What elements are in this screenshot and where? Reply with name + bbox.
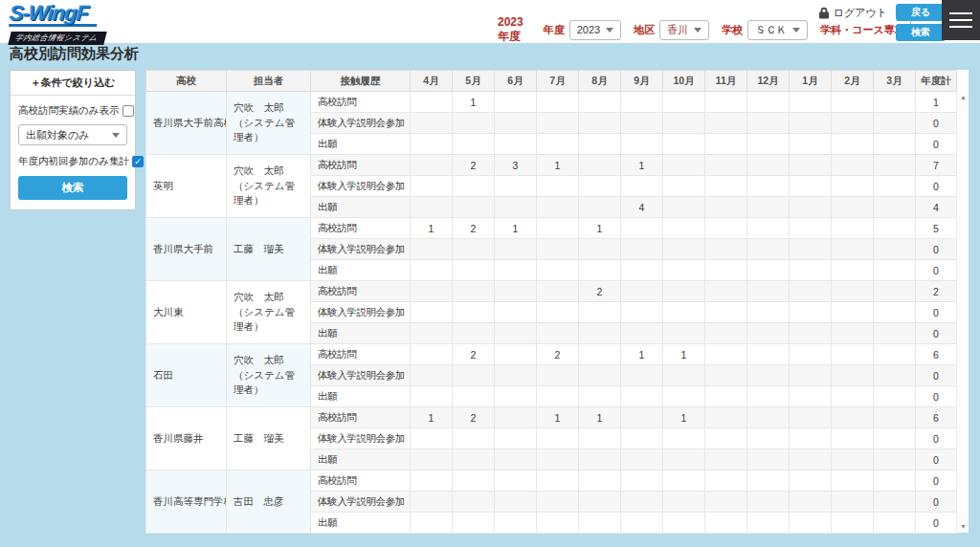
month-value-cell	[747, 470, 790, 492]
month-value-cell	[453, 365, 495, 386]
month-value-cell	[874, 92, 916, 113]
month-value-cell	[579, 365, 621, 386]
month-value-cell	[874, 197, 916, 218]
vertical-scrollbar[interactable]: ▲ ▼	[956, 91, 969, 533]
month-value-cell	[705, 260, 747, 281]
month-value-cell	[495, 386, 537, 407]
app-root: S-WingF 学内総合情報システム 2023年度 年度 2023 地区 香川	[0, 0, 980, 547]
column-header: 1月	[790, 71, 832, 92]
month-value-cell	[495, 197, 537, 218]
year-total-cell: 5	[916, 218, 957, 239]
staff-name-cell: 穴吹 太郎（システム管理者）	[227, 281, 311, 344]
month-value-cell	[579, 492, 621, 513]
contact-type-cell: 高校訪問	[311, 407, 411, 428]
year-total-cell: 0	[916, 134, 957, 155]
month-value-cell	[790, 513, 832, 534]
logo-subtitle: 学内総合情報システム	[8, 32, 106, 45]
month-value-cell	[747, 134, 790, 155]
year-total-cell: 0	[916, 176, 957, 197]
month-value-cell	[579, 323, 621, 344]
month-value-cell	[537, 302, 579, 323]
month-value-cell	[874, 302, 916, 323]
month-value-cell	[537, 218, 579, 239]
filter-school-select[interactable]: ＳＣＫ	[747, 20, 808, 40]
contact-type-cell: 体験入学説明会参加	[311, 302, 411, 323]
filter-year-select[interactable]: 2023	[569, 20, 621, 40]
filter-school-value: ＳＣＫ	[755, 23, 787, 37]
year-total-cell: 0	[916, 323, 957, 344]
month-value-cell	[790, 492, 832, 513]
month-value-cell	[537, 386, 579, 407]
visit-only-checkbox[interactable]	[122, 105, 134, 117]
month-value-cell	[663, 323, 705, 344]
year-total-cell: 0	[916, 302, 957, 323]
school-name-cell: 香川高等専門学校	[146, 470, 227, 534]
month-value-cell	[495, 513, 537, 534]
school-name-cell: 英明	[146, 155, 227, 218]
month-value-cell	[621, 260, 663, 281]
back-button[interactable]: 戻る	[896, 4, 946, 21]
month-value-cell	[832, 492, 874, 513]
chevron-down-icon	[112, 133, 120, 138]
month-value-cell	[579, 260, 621, 281]
logout-button[interactable]: ログアウト	[818, 6, 887, 20]
month-value-cell	[874, 239, 916, 260]
contact-type-cell: 出願	[311, 260, 411, 281]
contact-type-cell: 体験入学説明会参加	[311, 365, 411, 386]
month-value-cell	[832, 239, 874, 260]
sidebar-search-button[interactable]: 検索	[18, 176, 127, 200]
first-participation-checkbox[interactable]: ✓	[132, 156, 144, 167]
staff-name-cell: 穴吹 太郎（システム管理者）	[227, 155, 311, 218]
month-value-cell	[874, 323, 916, 344]
school-name-cell: 香川県藤井	[146, 407, 227, 470]
application-target-select[interactable]: 出願対象のみ	[18, 124, 127, 145]
year-total-cell: 0	[916, 365, 957, 386]
month-value-cell	[874, 407, 916, 428]
month-value-cell	[411, 344, 453, 365]
year-total-cell: 0	[916, 239, 957, 260]
month-value-cell	[705, 449, 747, 470]
month-value-cell	[874, 386, 916, 407]
column-header: 12月	[747, 71, 790, 92]
month-value-cell	[663, 365, 705, 386]
table-body: 香川県大手前高松穴吹 太郎（システム管理者）高校訪問11体験入学説明会参加0出願…	[146, 92, 957, 534]
month-value-cell	[411, 428, 453, 449]
month-value-cell	[453, 323, 495, 344]
filter-district-label: 地区	[634, 23, 655, 37]
month-value-cell	[663, 239, 705, 260]
table-header-row: 高校担当者接触履歴4月5月6月7月8月9月10月11月12月1月2月3月年度計	[146, 71, 957, 92]
column-header: 接触履歴	[311, 71, 411, 92]
column-header: 8月	[579, 71, 621, 92]
month-value-cell	[832, 470, 874, 492]
month-value-cell	[663, 492, 705, 513]
month-value-cell	[579, 176, 621, 197]
column-header: 4月	[411, 71, 453, 92]
month-value-cell	[705, 428, 747, 449]
month-value-cell	[537, 513, 579, 534]
header-search-button[interactable]: 検索	[896, 24, 946, 41]
hamburger-menu-button[interactable]	[942, 0, 980, 40]
sidebar-title: ＋条件で絞り込む	[11, 71, 135, 96]
month-value-cell: 2	[453, 218, 495, 239]
month-value-cell	[747, 386, 790, 407]
month-value-cell	[579, 344, 621, 365]
contact-type-cell: 出願	[311, 449, 411, 470]
table-row: 香川県大手前高松穴吹 太郎（システム管理者）高校訪問11	[146, 92, 957, 113]
month-value-cell	[747, 344, 790, 365]
month-value-cell: 1	[579, 407, 621, 428]
month-value-cell	[790, 113, 832, 134]
month-value-cell	[537, 134, 579, 155]
month-value-cell	[705, 323, 747, 344]
filter-district-select[interactable]: 香川	[659, 20, 709, 40]
visit-effect-table: 高校担当者接触履歴4月5月6月7月8月9月10月11月12月1月2月3月年度計 …	[145, 70, 957, 534]
column-header: 6月	[495, 71, 537, 92]
month-value-cell	[874, 134, 916, 155]
app-logo: S-WingF 学内総合情報システム	[10, 3, 182, 45]
scroll-up-arrow[interactable]: ▲	[957, 94, 969, 100]
month-value-cell	[579, 513, 621, 534]
year-total-cell: 6	[916, 407, 957, 428]
month-value-cell	[705, 218, 747, 239]
month-value-cell	[621, 302, 663, 323]
month-value-cell	[790, 365, 832, 386]
scroll-down-arrow[interactable]: ▼	[957, 523, 969, 530]
